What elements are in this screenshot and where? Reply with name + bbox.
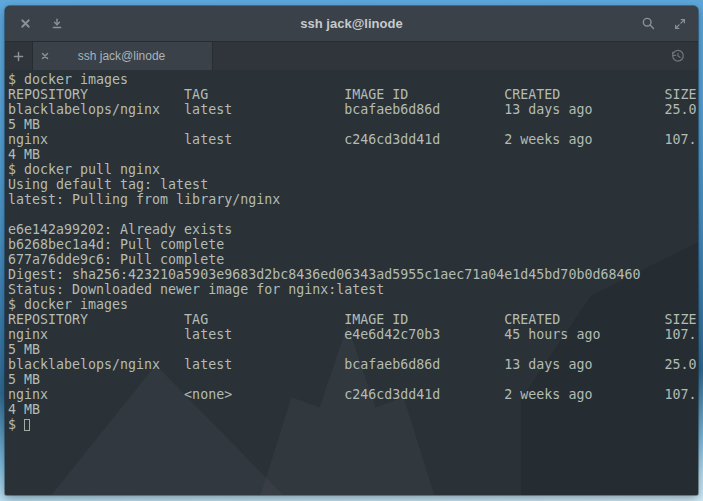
- terminal-line: REPOSITORY TAG IMAGE ID CREATED SIZE: [8, 87, 698, 102]
- terminal-line: 4 MB: [8, 147, 698, 162]
- terminal-line: Digest: sha256:423210a5903e9683d2bc8436e…: [8, 267, 698, 282]
- window-title: ssh jack@linode: [5, 6, 698, 42]
- tabbar: ssh jack@linode: [5, 42, 698, 70]
- terminal-output[interactable]: $ docker imagesREPOSITORY TAG IMAGE ID C…: [5, 70, 698, 495]
- terminal-line: nginx <none> c246cd3dd41d 2 weeks ago 10…: [8, 387, 698, 402]
- terminal-line: b6268bec1a4d: Pull complete: [8, 237, 698, 252]
- tab-label: ssh jack@linode: [51, 49, 204, 63]
- terminal-line: Status: Downloaded newer image for nginx…: [8, 282, 698, 297]
- titlebar-left-controls: [5, 16, 65, 32]
- terminal-lines: $ docker imagesREPOSITORY TAG IMAGE ID C…: [8, 72, 698, 417]
- search-icon[interactable]: [640, 16, 656, 32]
- terminal-line: latest: Pulling from library/nginx: [8, 192, 698, 207]
- terminal-line: nginx latest e4e6d42c70b3 45 hours ago 1…: [8, 327, 698, 342]
- prompt-line: $: [8, 417, 698, 432]
- terminal-line: 4 MB: [8, 402, 698, 417]
- terminal-cursor: [24, 419, 30, 431]
- terminal-line: $ docker images: [8, 72, 698, 87]
- terminal-line: 677a76dde9c6: Pull complete: [8, 252, 698, 267]
- terminal-line: $ docker images: [8, 297, 698, 312]
- history-icon[interactable]: [670, 48, 686, 64]
- terminal-window: ssh jack@linode ssh jack@linode: [5, 6, 698, 495]
- terminal-line: $ docker pull nginx: [8, 162, 698, 177]
- fullscreen-icon[interactable]: [672, 16, 688, 32]
- terminal-line: blacklabelops/nginx latest bcafaeb6d86d …: [8, 357, 698, 372]
- terminal-line: blacklabelops/nginx latest bcafaeb6d86d …: [8, 102, 698, 117]
- terminal-line: [8, 207, 698, 222]
- prompt-text: $: [8, 417, 24, 432]
- close-icon[interactable]: [17, 16, 33, 32]
- terminal-line: 5 MB: [8, 117, 698, 132]
- terminal-line: nginx latest c246cd3dd41d 2 weeks ago 10…: [8, 132, 698, 147]
- terminal-line: e6e142a99202: Already exists: [8, 222, 698, 237]
- terminal-line: 5 MB: [8, 342, 698, 357]
- tab-ssh-jack-linode[interactable]: ssh jack@linode: [33, 42, 213, 70]
- new-tab-button[interactable]: [5, 42, 33, 70]
- terminal-line: 5 MB: [8, 372, 698, 387]
- tab-close-icon[interactable]: [39, 50, 51, 62]
- titlebar-right-controls: [640, 16, 698, 32]
- tabbar-spacer: [213, 42, 670, 70]
- titlebar[interactable]: ssh jack@linode: [5, 6, 698, 42]
- download-icon[interactable]: [49, 16, 65, 32]
- terminal-line: REPOSITORY TAG IMAGE ID CREATED SIZE: [8, 312, 698, 327]
- plus-icon: [11, 48, 27, 64]
- desktop: { "colors": { "desktop_top": "#5ba4da", …: [0, 0, 703, 501]
- terminal-line: Using default tag: latest: [8, 177, 698, 192]
